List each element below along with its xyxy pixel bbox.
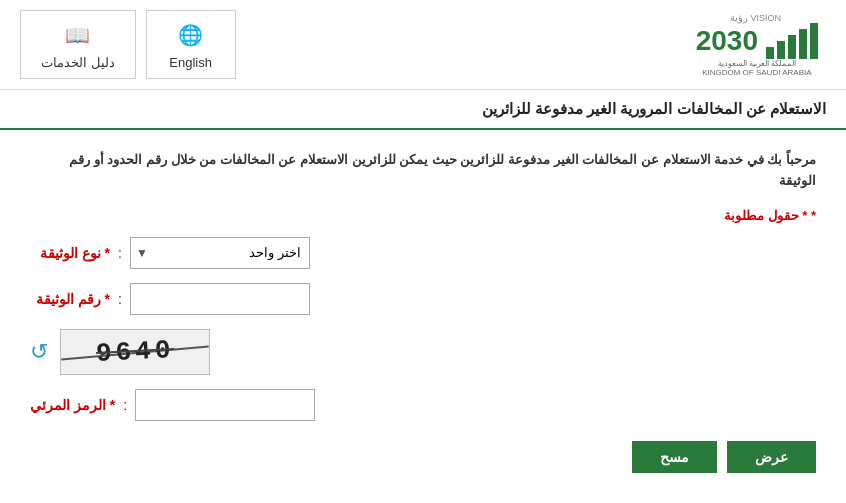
display-button[interactable]: عرض	[727, 441, 816, 473]
page-title-bar: الاستعلام عن المخالفات المرورية الغير مد…	[0, 90, 846, 130]
bar5	[810, 23, 818, 59]
required-star: *	[811, 208, 816, 223]
doc-type-colon: :	[118, 245, 122, 261]
buttons-row: عرض مسح	[30, 441, 816, 473]
bar1	[766, 47, 774, 59]
services-guide-button[interactable]: 📖 دليل الخدمات	[20, 10, 136, 79]
captcha-label: * الرمز المرئي	[30, 397, 115, 413]
required-fields-label: * حقول مطلوبة	[724, 208, 807, 223]
page-title: الاستعلام عن المخالفات المرورية الغير مد…	[20, 100, 826, 118]
bars-chart-icon	[766, 23, 818, 59]
doc-type-label: * نوع الوثيقة	[30, 245, 110, 261]
globe-icon: 🌐	[175, 19, 207, 51]
captcha-image: 9640	[60, 329, 210, 375]
doc-type-star: *	[101, 245, 110, 261]
doc-number-input[interactable]	[130, 283, 310, 315]
doc-number-star: *	[101, 291, 110, 307]
english-label: English	[169, 55, 212, 70]
doc-type-row: اختر واحد جواز السفر الإقامة ▼ : * نوع ا…	[30, 237, 816, 269]
vision-word: VISION	[751, 13, 782, 23]
doc-type-select-wrapper: اختر واحد جواز السفر الإقامة ▼	[130, 237, 310, 269]
vision-logo: رؤية VISION 2030 المملكة العربية السعودي…	[696, 12, 826, 77]
vision-arabic: رؤية	[730, 12, 748, 23]
clear-button[interactable]: مسح	[632, 441, 717, 473]
main-content: مرحباً بك في خدمة الاستعلام عن المخالفات…	[0, 130, 846, 493]
book-icon: 📖	[62, 19, 94, 51]
doc-number-label: * رقم الوثيقة	[30, 291, 110, 307]
form-section: اختر واحد جواز السفر الإقامة ▼ : * نوع ا…	[30, 237, 816, 473]
captcha-text: 9640	[95, 335, 175, 369]
captcha-colon: :	[123, 397, 127, 413]
header: 🌐 English 📖 دليل الخدمات رؤية VISION 203…	[0, 0, 846, 90]
bar2	[777, 41, 785, 59]
doc-number-colon: :	[118, 291, 122, 307]
kingdom-english: KINGDOM OF SAUDI ARABIA	[702, 68, 811, 77]
bar3	[788, 35, 796, 59]
english-button[interactable]: 🌐 English	[146, 10, 236, 79]
vision-2030-text: رؤية VISION	[730, 12, 785, 23]
vision-2030-logo: رؤية VISION 2030 المملكة العربية السعودي…	[696, 12, 818, 77]
doc-type-select[interactable]: اختر واحد جواز السفر الإقامة	[130, 237, 310, 269]
doc-number-row: : * رقم الوثيقة	[30, 283, 816, 315]
captcha-image-row: 9640 ↺	[30, 329, 816, 375]
year-2030: 2030	[696, 27, 758, 55]
captcha-input[interactable]	[135, 389, 315, 421]
captcha-input-row: : * الرمز المرئي	[30, 389, 816, 421]
nav-buttons: 🌐 English 📖 دليل الخدمات	[20, 10, 236, 79]
kingdom-arabic: المملكة العربية السعودية	[718, 59, 796, 68]
services-guide-label: دليل الخدمات	[41, 55, 115, 70]
captcha-star: *	[106, 397, 115, 413]
welcome-text: مرحباً بك في خدمة الاستعلام عن المخالفات…	[30, 150, 816, 192]
required-note: * * حقول مطلوبة	[30, 208, 816, 223]
refresh-icon[interactable]: ↺	[30, 339, 48, 365]
bar4	[799, 29, 807, 59]
